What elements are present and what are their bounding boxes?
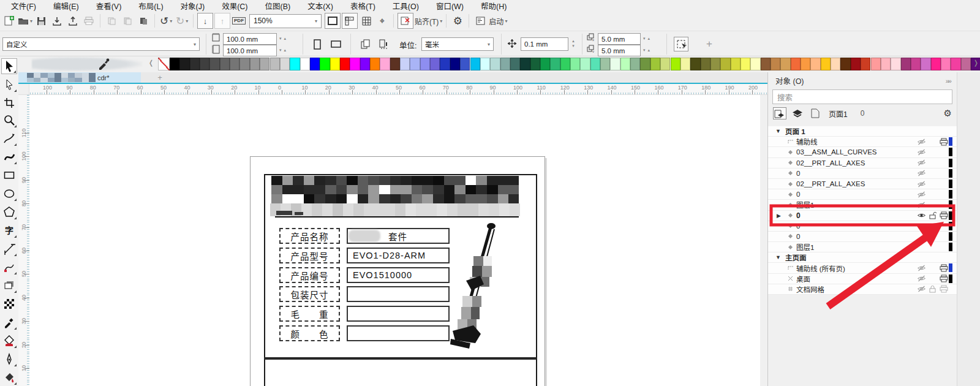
color-swatch[interactable] (560, 58, 570, 70)
color-swatch[interactable] (320, 58, 330, 70)
color-swatch[interactable] (440, 58, 450, 70)
open-button[interactable]: ▾ (18, 13, 32, 29)
zoom-level-select[interactable]: 150% ▾ (249, 14, 322, 28)
freehand-tool[interactable] (1, 131, 17, 146)
color-swatch[interactable] (911, 58, 921, 70)
color-swatch[interactable] (630, 58, 640, 70)
color-swatch[interactable] (761, 58, 771, 70)
rectangle-tool[interactable] (1, 167, 17, 183)
save-button[interactable] (34, 13, 48, 29)
color-swatch[interactable] (590, 58, 600, 70)
color-swatch[interactable] (420, 58, 430, 70)
menu-item-10[interactable]: 窗口(W) (428, 0, 472, 12)
visibility-off-icon[interactable] (917, 170, 926, 176)
color-swatch[interactable] (871, 58, 881, 70)
color-swatch[interactable] (941, 58, 951, 70)
page-width-stepper[interactable]: ▾ ▴ (279, 36, 287, 41)
open-dropdown-icon[interactable]: ▾ (30, 18, 32, 24)
layer-color-chip[interactable] (949, 180, 952, 188)
color-swatch[interactable] (810, 58, 820, 70)
layer-row[interactable]: 0 (768, 189, 957, 200)
color-swatch[interactable] (671, 58, 680, 70)
color-swatch[interactable] (780, 58, 790, 70)
menu-item-1[interactable]: 编辑(E) (45, 0, 88, 12)
palette-scroll-right-icon[interactable]: ❭ (973, 59, 979, 67)
all-pages-settings-button[interactable] (376, 37, 391, 51)
layer-color-chip[interactable] (949, 148, 952, 156)
duplicate-y-stepper[interactable]: ▾ ▴ (643, 48, 650, 53)
expander-icon[interactable]: ▶ (777, 213, 781, 219)
layer-color-chip[interactable] (949, 211, 952, 220)
layer-row[interactable]: ▶0 (768, 211, 957, 221)
color-swatch[interactable] (500, 58, 510, 70)
color-swatch[interactable] (200, 58, 209, 70)
color-swatch[interactable] (430, 58, 440, 70)
palette-scroll-left-icon[interactable]: ❬ (148, 59, 154, 67)
layer-color-chip[interactable] (949, 274, 952, 283)
full-screen-preview-button[interactable] (325, 13, 341, 29)
new-layer-button[interactable] (773, 107, 786, 119)
export-button[interactable] (66, 13, 80, 29)
color-swatch[interactable] (921, 58, 930, 70)
layer-row[interactable]: 0 (768, 221, 957, 232)
pick-tool[interactable] (1, 58, 17, 74)
current-page-settings-button[interactable] (358, 37, 373, 51)
color-swatch[interactable] (600, 58, 610, 70)
dimension-tool[interactable] (1, 241, 17, 257)
publish-pdf-button[interactable]: PDF (232, 13, 246, 29)
menu-item-5[interactable]: 效果(C) (213, 0, 256, 12)
color-swatch[interactable] (901, 58, 911, 70)
block-shadow-tool[interactable] (1, 278, 17, 293)
color-swatch[interactable] (239, 58, 249, 70)
layer-manager-view-button[interactable] (791, 107, 804, 119)
printable-icon[interactable] (940, 138, 948, 146)
color-swatch[interactable] (741, 58, 750, 70)
color-swatch[interactable] (510, 58, 520, 70)
color-swatch[interactable] (360, 58, 370, 70)
redo-dropdown-icon[interactable]: ▾ (186, 18, 188, 24)
print-button[interactable] (81, 13, 96, 29)
color-swatch[interactable] (310, 58, 320, 70)
visibility-off-icon[interactable] (917, 265, 926, 271)
interactive-fill-tool[interactable] (1, 333, 17, 349)
show-grid-button[interactable] (359, 13, 374, 29)
color-swatch[interactable] (801, 58, 810, 70)
color-swatch[interactable] (250, 58, 260, 70)
layer-group-row[interactable]: ▼主页面 (768, 252, 957, 263)
color-swatch[interactable] (330, 58, 340, 70)
color-swatch[interactable] (570, 58, 580, 70)
color-swatch[interactable] (620, 58, 630, 70)
layer-color-chip[interactable] (949, 190, 952, 199)
color-swatch[interactable] (771, 58, 780, 70)
search-content-button[interactable]: ↓ (197, 13, 213, 29)
zoom-tool[interactable] (1, 112, 17, 128)
page-preset-select[interactable]: 自定义▾ (2, 37, 200, 51)
upload-button[interactable]: ↑ (214, 13, 230, 29)
layer-color-chip[interactable] (949, 222, 952, 230)
cut-button[interactable] (104, 13, 119, 29)
page-width-field[interactable]: 100.0 mm (223, 33, 277, 45)
menu-item-7[interactable]: 文本(X) (299, 0, 342, 12)
menu-item-2[interactable]: 查看(V) (88, 0, 130, 12)
color-swatch[interactable] (861, 58, 870, 70)
nudge-stepper[interactable]: ▴▾ (571, 39, 576, 48)
portrait-button[interactable] (310, 37, 325, 51)
color-swatch[interactable] (400, 58, 410, 70)
import-button[interactable] (50, 13, 64, 29)
lock-closed-icon[interactable] (929, 285, 937, 293)
color-swatch[interactable] (791, 58, 801, 70)
units-select[interactable]: 毫米▾ (421, 37, 494, 51)
expander-icon[interactable]: ▼ (775, 128, 781, 134)
color-swatch[interactable] (260, 58, 270, 70)
color-swatch[interactable] (410, 58, 420, 70)
fill-tool-tool[interactable] (1, 369, 17, 385)
color-swatch[interactable] (550, 58, 560, 70)
menu-item-4[interactable]: 对象(J) (172, 0, 214, 12)
menu-item-0[interactable]: 文件(F) (2, 0, 45, 12)
outline-pen-tool[interactable] (1, 351, 17, 367)
ellipse-tool[interactable] (1, 186, 17, 202)
layer-row[interactable]: 文档网格 (768, 284, 957, 295)
color-swatch[interactable] (650, 58, 660, 70)
color-swatch[interactable] (710, 58, 720, 70)
snap-off-button[interactable] (398, 13, 413, 29)
